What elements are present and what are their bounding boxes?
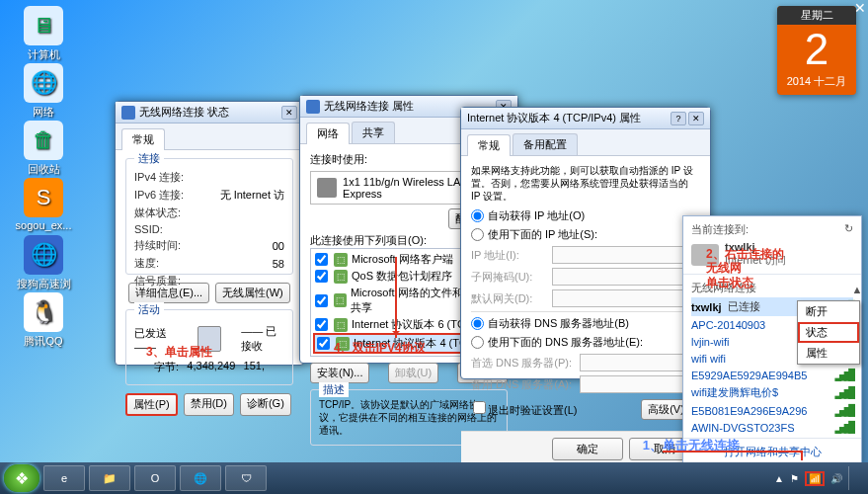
signal-icon: ▂▄▆█ — [835, 369, 854, 381]
validate-checkbox[interactable] — [473, 401, 486, 414]
taskbar-item[interactable]: 🛡 — [225, 465, 267, 491]
network-item[interactable]: E5B081E9A296E9A296▂▄▆█ — [691, 402, 853, 419]
network-item[interactable]: wifi建发腾辉电价$▂▄▆█ — [691, 383, 853, 402]
network-item[interactable]: AWIN-DVGSTO23FS▂▄▆█ — [691, 419, 853, 436]
radio-auto-dns-label: 自动获得 DNS 服务器地址(B) — [488, 316, 629, 331]
bytes-label: 字节: — [154, 360, 179, 374]
refresh-icon[interactable]: ↻ — [844, 222, 853, 237]
calendar-gadget[interactable]: ✕ 星期二 2 2014 十二月 — [777, 6, 856, 95]
calendar-day: 2 — [777, 25, 856, 74]
protocol-icon: ⬚ — [334, 356, 348, 358]
tray-flag-icon[interactable]: ⚑ — [790, 473, 799, 484]
dns1-field — [580, 354, 688, 371]
protocol-checkbox[interactable] — [317, 337, 330, 350]
chevron-up-icon[interactable]: ▲ — [851, 284, 863, 295]
window-wlan-status[interactable]: 无线网络连接 状态 ✕ 常规 连接 IPv4 连接: IPv6 连接:无 Int… — [115, 101, 304, 366]
system-tray[interactable]: ▲ ⚑ 📶 🔊 — [774, 466, 864, 490]
desktop-icon-recycle[interactable]: 🗑回收站 — [14, 121, 73, 177]
signal-icon: ▂▄▆█ — [835, 404, 854, 417]
desktop-icon-network[interactable]: 🌐网络 — [14, 63, 73, 120]
properties-button[interactable]: 属性(P) — [125, 393, 178, 416]
taskbar-item[interactable]: 🌐 — [180, 465, 221, 491]
app-icon: S — [24, 178, 63, 217]
app-icon: 🐧 — [24, 292, 63, 332]
annotation-arrow — [663, 451, 801, 453]
titlebar[interactable]: Internet 协议版本 4 (TCP/IPv4) 属性 ?✕ — [461, 108, 710, 129]
protocol-icon: ⬚ — [334, 318, 348, 332]
uninstall-button[interactable]: 卸载(U) — [388, 363, 438, 383]
disable-button[interactable]: 禁用(D) — [184, 393, 234, 416]
network-ssid: wifi建发腾辉电价$ — [691, 385, 778, 400]
recv-label: —— 已接收 — [241, 324, 284, 354]
protocol-icon: ⬚ — [334, 270, 348, 284]
close-button[interactable]: ✕ — [688, 112, 704, 125]
icon-label: 腾讯QQ — [24, 335, 62, 347]
protocol-checkbox[interactable] — [315, 356, 328, 357]
window-icon — [306, 100, 320, 114]
ip-label: IP 地址(I): — [471, 248, 552, 263]
network-ssid: lvjin-wifi — [691, 336, 730, 348]
radio-auto-ip[interactable] — [471, 209, 484, 222]
titlebar[interactable]: 无线网络连接 状态 ✕ — [116, 102, 303, 124]
taskbar[interactable]: ❖ e 📁 O 🌐 🛡 ▲ ⚑ 📶 🔊 — [0, 462, 868, 494]
radio-manual-dns-label: 使用下面的 DNS 服务器地址(E): — [488, 335, 643, 350]
tray-network-icon[interactable]: 📶 — [805, 471, 825, 486]
tray-chevron-icon[interactable]: ▲ — [774, 473, 784, 484]
tray-volume-icon[interactable]: 🔊 — [830, 473, 842, 484]
validate-checkbox-label[interactable]: 退出时验证设置(L) — [471, 401, 577, 418]
tab-network[interactable]: 网络 — [306, 123, 350, 144]
radio-auto-dns[interactable] — [471, 317, 484, 330]
ipv6-label: IPv6 连接: — [134, 188, 213, 203]
tab-sharing[interactable]: 共享 — [352, 122, 395, 143]
taskbar-item[interactable]: e — [43, 465, 85, 491]
window-icon — [121, 106, 135, 120]
annotation-arrow — [395, 257, 397, 338]
protocol-icon: ⬚ — [334, 293, 347, 307]
network-ssid: E5929AE5929AE994B5 — [691, 370, 807, 381]
protocol-checkbox[interactable] — [315, 270, 328, 283]
tab-general[interactable]: 常规 — [121, 128, 165, 150]
ctx-status[interactable]: 状态 — [798, 322, 859, 343]
show-desktop-button[interactable] — [848, 466, 858, 490]
diagnose-button[interactable]: 诊断(G) — [240, 393, 291, 416]
flyout-title: 当前连接到: — [691, 222, 749, 237]
desktop-icon-qq[interactable]: 🐧腾讯QQ — [14, 292, 73, 349]
protocol-checkbox[interactable] — [315, 253, 328, 266]
desktop-icon-computer[interactable]: 🖥计算机 — [14, 6, 73, 62]
tab-alternate[interactable]: 备用配置 — [513, 133, 578, 155]
close-button[interactable]: ✕ — [281, 106, 297, 120]
icon-label: 计算机 — [28, 48, 60, 60]
network-item[interactable]: E5929AE5929AE994B5▂▄▆█ — [691, 367, 853, 383]
help-button[interactable]: ? — [671, 112, 686, 125]
calendar-dow: 星期二 — [777, 6, 856, 25]
mask-label: 子网掩码(U): — [471, 270, 552, 285]
icon-label: sogou_ex... — [16, 219, 72, 231]
protocol-checkbox[interactable] — [315, 318, 328, 331]
ok-button[interactable]: 确定 — [552, 438, 623, 460]
current-status: Internet 访问 — [725, 253, 786, 268]
radio-manual-ip-label: 使用下面的 IP 地址(S): — [488, 227, 597, 242]
ctx-properties[interactable]: 属性 — [798, 343, 859, 364]
activity-icon — [197, 326, 222, 352]
ipv6-value: 无 Internet 访 — [220, 188, 284, 203]
protocol-label: Microsoft 网络客户端 — [352, 252, 453, 267]
install-button[interactable]: 安装(N)... — [310, 363, 369, 383]
desktop-icon-sogou[interactable]: Ssogou_ex... — [14, 178, 73, 231]
radio-manual-dns[interactable] — [471, 336, 484, 349]
calendar-monthyear: 2014 十二月 — [777, 74, 856, 93]
signal-label: 信号质量: — [134, 274, 213, 288]
radio-manual-ip[interactable] — [471, 228, 484, 241]
app-icon: 🌐 — [24, 235, 63, 275]
context-menu[interactable]: 断开 状态 属性 — [797, 300, 860, 365]
annotation-arrow — [801, 451, 803, 460]
tab-general[interactable]: 常规 — [467, 134, 511, 156]
ctx-disconnect[interactable]: 断开 — [798, 301, 859, 322]
protocol-checkbox[interactable] — [315, 294, 328, 307]
media-label: 媒体状态: — [134, 206, 213, 220]
start-button[interactable]: ❖ — [4, 464, 39, 492]
close-icon[interactable]: ✕ — [854, 0, 866, 16]
taskbar-item[interactable]: O — [134, 465, 176, 491]
taskbar-item[interactable]: 📁 — [89, 465, 130, 491]
ssid-label: SSID: — [134, 223, 213, 235]
window-ipv4-props[interactable]: Internet 协议版本 4 (TCP/IPv4) 属性 ?✕ 常规 备用配置… — [460, 107, 711, 379]
